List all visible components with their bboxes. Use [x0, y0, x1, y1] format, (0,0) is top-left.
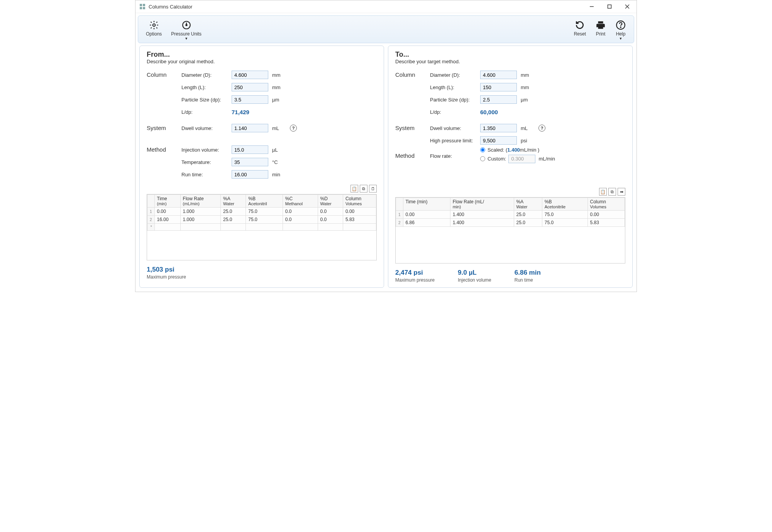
from-system-label: System: [147, 123, 181, 135]
table-row: 26.861.40025.075.05.83: [396, 219, 625, 227]
to-system-label: System: [395, 123, 430, 148]
paste-icon[interactable]: 📋: [599, 188, 607, 196]
svg-point-11: [186, 24, 187, 25]
chevron-down-icon: ▼: [185, 37, 188, 41]
scaled-flow-value: 1.400: [507, 147, 520, 153]
from-temperature-input[interactable]: [232, 158, 268, 166]
svg-rect-0: [140, 4, 142, 6]
flow-scaled-radio[interactable]: [480, 147, 485, 152]
window-title: Columns Calculator: [149, 4, 586, 10]
table-row: *: [147, 224, 376, 231]
reset-icon: [574, 20, 585, 30]
gear-icon: [149, 20, 159, 30]
from-length-input[interactable]: [232, 83, 268, 91]
export-icon[interactable]: ➡: [618, 188, 625, 196]
to-title: To...: [395, 51, 625, 59]
help-icon: [615, 20, 626, 30]
clipboard-icon[interactable]: 🗒: [369, 185, 377, 193]
table-row: 10.001.40025.075.00.00: [396, 211, 625, 219]
svg-rect-2: [140, 7, 142, 9]
from-summary: 1,503 psi Maximum pressure: [147, 266, 377, 280]
from-injection-input[interactable]: [232, 145, 268, 154]
from-diameter-input[interactable]: [232, 71, 268, 79]
to-panel: To... Describe your target method. Colum…: [388, 46, 633, 288]
to-dwell-input[interactable]: [480, 124, 517, 132]
titlebar: Columns Calculator: [135, 0, 637, 13]
to-method-label: Method: [395, 151, 430, 163]
to-summary: 2,474 psi Maximum pressure 9.0 µL Inject…: [395, 269, 625, 283]
to-diameter-input[interactable]: [480, 71, 517, 79]
from-column-label: Column: [147, 70, 181, 119]
options-button[interactable]: Options: [144, 19, 164, 41]
table-row: 216.001.00025.075.00.00.05.83: [147, 216, 376, 224]
reset-button[interactable]: Reset: [572, 19, 588, 41]
to-gradient-table[interactable]: Time (min) Flow Rate (mL/min) %AWater %B…: [395, 197, 625, 263]
app-window: Columns Calculator Options Pressure Unit…: [135, 0, 637, 292]
pressure-units-button[interactable]: Pressure Units ▼: [169, 19, 204, 41]
to-subtitle: Describe your target method.: [395, 59, 625, 64]
from-runtime-input[interactable]: [232, 170, 268, 179]
to-ldp-value: 60,000: [480, 109, 498, 115]
to-particle-input[interactable]: [480, 95, 517, 104]
to-custom-flow-input[interactable]: [508, 155, 535, 163]
maximize-button[interactable]: [604, 3, 615, 10]
main-content: From... Describe your original method. C…: [135, 46, 637, 292]
to-injection-volume: 9.0 µL: [458, 269, 491, 277]
app-icon: [139, 3, 146, 10]
to-length-input[interactable]: [480, 83, 517, 91]
svg-point-8: [152, 24, 155, 27]
to-table-toolbar: 📋 ⧉ ➡: [395, 188, 625, 196]
from-particle-input[interactable]: [232, 95, 268, 104]
toolbar: Options Pressure Units ▼ Reset: [138, 15, 634, 43]
from-method-label: Method: [147, 145, 181, 182]
copy-icon[interactable]: ⧉: [360, 185, 367, 193]
svg-point-13: [620, 27, 621, 28]
svg-rect-3: [143, 7, 145, 9]
close-button[interactable]: [622, 3, 633, 10]
chevron-down-icon: ▼: [619, 37, 623, 41]
from-ldp-value: 71,429: [232, 109, 249, 115]
table-row: 10.001.00025.075.00.00.00.00: [147, 208, 376, 216]
to-column-label: Column: [395, 70, 430, 119]
to-hpl-input[interactable]: [480, 136, 517, 145]
to-max-pressure: 2,474 psi: [395, 269, 435, 277]
print-button[interactable]: Print: [593, 19, 608, 41]
from-gradient-table[interactable]: Time(min) Flow Rate(mL/min) %AWater %BAc…: [147, 194, 377, 260]
svg-rect-5: [608, 5, 611, 8]
help-icon[interactable]: ?: [538, 125, 545, 132]
svg-rect-1: [143, 4, 145, 6]
from-max-pressure: 1,503 psi: [147, 266, 186, 274]
help-icon[interactable]: ?: [290, 125, 297, 132]
print-icon: [595, 20, 606, 30]
from-dwell-input[interactable]: [232, 124, 268, 132]
gauge-icon: [181, 20, 192, 30]
from-panel: From... Describe your original method. C…: [139, 46, 384, 288]
to-run-time: 6.86 min: [515, 269, 541, 277]
help-button[interactable]: Help ▼: [613, 19, 628, 41]
flow-custom-radio[interactable]: [480, 156, 485, 161]
copy-icon[interactable]: ⧉: [608, 188, 616, 196]
window-controls: [586, 3, 633, 10]
from-table-toolbar: 📋 ⧉ 🗒: [147, 185, 377, 193]
from-subtitle: Describe your original method.: [147, 59, 377, 64]
paste-icon[interactable]: 📋: [350, 185, 358, 193]
from-title: From...: [147, 51, 377, 59]
minimize-button[interactable]: [586, 3, 597, 10]
